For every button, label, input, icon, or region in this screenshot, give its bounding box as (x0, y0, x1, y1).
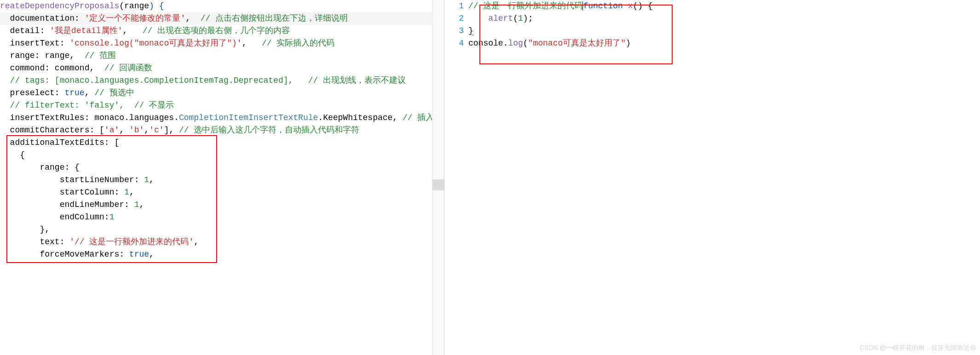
code-line[interactable]: startLineNumber: 1, (0, 174, 444, 186)
code-line[interactable]: additionalTextEdits: [ (0, 137, 444, 149)
code-token: , (129, 188, 134, 197)
code-line[interactable]: startColumn: 1, (0, 186, 444, 199)
code-token: } (468, 26, 473, 35)
code-token: "monaco可真是太好用了" (528, 39, 626, 48)
code-token: '我是detail属性' (50, 26, 122, 35)
code-line[interactable]: range: range, // 范围 (0, 50, 444, 62)
code-token: preselect: (10, 88, 65, 97)
code-token: }, (40, 225, 50, 234)
code-token: '定义一个不能修改的常量' (85, 14, 186, 23)
code-token: 'b' (129, 126, 144, 135)
code-line[interactable]: // 这是一行额外加进来的代码function x() { (468, 0, 980, 12)
code-token: CompletionItemInsertTextRule (179, 113, 318, 122)
code-line[interactable]: }, (0, 223, 444, 236)
code-line[interactable]: preselect: true, // 预选中 (0, 87, 444, 99)
minimap-thumb[interactable] (432, 179, 444, 190)
code-line[interactable]: console.log("monaco可真是太好用了") (468, 37, 980, 50)
code-token: // 点击右侧按钮出现在下边，详细说明 (201, 14, 348, 23)
code-token: ); (523, 14, 533, 23)
code-token: x (628, 1, 633, 11)
code-token: 'a' (104, 126, 119, 135)
code-line[interactable]: // filterText: 'falsy', // 不显示 (0, 99, 444, 112)
code-line[interactable]: text: '// 这是一行额外加进来的代码', (0, 236, 444, 248)
code-token: range: range, (10, 51, 85, 60)
code-token: ( (513, 14, 518, 23)
code-token: true (64, 88, 84, 97)
code-token: function (583, 1, 623, 11)
code-token: commond: commond, (10, 63, 104, 73)
code-token: commitCharacters: [ (10, 126, 104, 135)
code-line[interactable]: documentation: '定义一个不能修改的常量', // 点击右侧按钮出… (0, 12, 444, 25)
code-line[interactable]: detail: '我是detail属性', // 出现在选项的最右侧，几个字的内… (0, 25, 444, 37)
code-token: , (139, 200, 144, 209)
left-editor-pane[interactable]: reateDependencyProposals(range) { docume… (0, 0, 444, 355)
code-token: range (124, 1, 149, 11)
code-token: detail: (10, 26, 50, 35)
code-line[interactable]: endColumn:1 (0, 211, 444, 223)
line-number: 4 (451, 37, 464, 50)
code-token: ( (523, 39, 528, 48)
code-token: 1 (110, 212, 115, 222)
left-code-area[interactable]: reateDependencyProposals(range) { docume… (0, 0, 444, 355)
code-token: // 范围 (85, 51, 116, 60)
code-token: 'console.log("monaco可真是太好用了")' (69, 39, 242, 48)
code-token: range: { (40, 163, 79, 172)
code-token: ) { (149, 1, 164, 11)
code-line[interactable]: range: { (0, 161, 444, 174)
code-token: 1 (144, 175, 149, 184)
code-token: console. (468, 39, 508, 48)
code-token: startLineNumber: (60, 175, 144, 184)
code-token: additionalTextEdits: [ (10, 138, 120, 147)
code-token: () { (633, 1, 652, 11)
code-token: ], (164, 126, 179, 135)
code-token: // 这是一行额外加进来的代码 (468, 1, 582, 11)
right-code-area[interactable]: // 这是一行额外加进来的代码function x() { alert(1);}… (468, 0, 980, 50)
code-token: text: (40, 237, 69, 246)
code-token: , (119, 126, 129, 135)
code-token: , (122, 26, 142, 35)
code-line[interactable]: reateDependencyProposals(range) { (0, 0, 444, 12)
code-token: 1 (518, 14, 523, 23)
line-number: 3 (451, 25, 464, 37)
code-token: // 回调函数 (104, 63, 152, 73)
code-token: '// 这是一行额外加进来的代码' (69, 237, 194, 246)
code-token: , (194, 237, 199, 246)
code-line[interactable]: } (468, 25, 980, 37)
code-token: reateDependencyProposals (0, 1, 119, 11)
code-token: // 出现在选项的最右侧，几个字的内容 (143, 26, 290, 35)
code-token: documentation: (10, 14, 85, 23)
code-token: .KeepWhitespace, (318, 113, 403, 122)
code-token: , (149, 250, 154, 259)
code-token: 1 (124, 188, 129, 197)
code-token: true (129, 250, 149, 259)
line-number: 2 (451, 12, 464, 25)
code-token: { (20, 150, 25, 160)
code-line[interactable]: { (0, 149, 444, 161)
code-token: , (149, 175, 154, 184)
code-line[interactable]: commitCharacters: ['a', 'b','c'], // 选中后… (0, 124, 444, 137)
code-token: insertTextRules: monaco.languages. (10, 113, 179, 122)
code-token: , (85, 88, 95, 97)
code-token: ) (626, 39, 631, 48)
code-token: endLineMumber: (60, 200, 134, 209)
minimap-left[interactable] (432, 0, 444, 355)
code-line[interactable]: forceMoveMarkers: true, (0, 248, 444, 261)
code-token: , (185, 14, 200, 23)
right-gutter: 1234 (451, 0, 468, 50)
code-line[interactable]: insertText: 'console.log("monaco可真是太好用了"… (0, 37, 444, 50)
code-token: ( (119, 1, 124, 11)
code-line[interactable]: commond: commond, // 回调函数 (0, 62, 444, 74)
watermark: CSDN @一棵开花的树，枝芽无限靠近你 (859, 344, 976, 352)
code-token (623, 1, 628, 11)
code-token: endColumn: (60, 212, 110, 222)
code-token: // tags: [monaco.languages.CompletionIte… (10, 76, 406, 85)
code-token: // 预选中 (94, 88, 134, 97)
code-token: 1 (134, 200, 139, 209)
code-line[interactable]: // tags: [monaco.languages.CompletionIte… (0, 74, 444, 87)
line-number: 1 (451, 0, 464, 12)
code-token: , (144, 126, 149, 135)
code-line[interactable]: endLineMumber: 1, (0, 199, 444, 211)
right-editor-pane[interactable]: 1234 // 这是一行额外加进来的代码function x() { alert… (451, 0, 980, 355)
code-line[interactable]: alert(1); (468, 12, 980, 25)
code-line[interactable]: insertTextRules: monaco.languages.Comple… (0, 112, 444, 124)
